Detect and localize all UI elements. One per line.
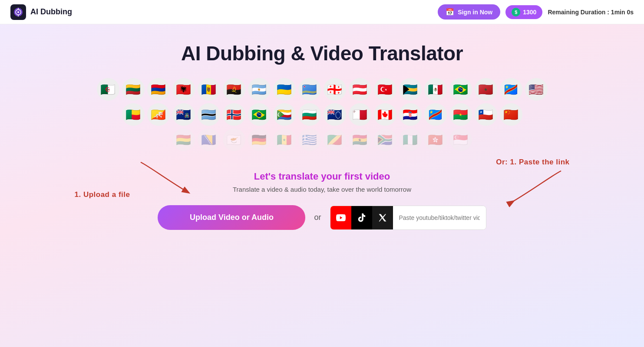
flag-circle: 🇹🇷 — [374, 78, 396, 101]
or-separator: or — [314, 213, 321, 222]
upload-row: Upload Video or Audio or — [127, 205, 518, 230]
flag-circle: 🇦🇷 — [248, 78, 271, 101]
sign-in-label: Sign in Now — [458, 9, 492, 16]
main-title: AI Dubbing & Video Translator — [181, 42, 463, 65]
flag-circle: 🇩🇪 — [248, 128, 271, 151]
main-content: AI Dubbing & Video Translator 🇩🇿🇱🇹🇦🇲🇦🇱🇲🇩… — [0, 24, 644, 239]
annotation-area: 1. Upload a file Or: 1. Paste the link — [62, 171, 583, 230]
flag-row-2: 🇧🇯🇧🇹🇦🇨🇧🇼🇳🇴🇧🇷🇰🇲🇧🇬🇨🇰🇲🇹🇨🇦🇭🇷🇨🇩🇧🇫🇨🇱🇨🇳 — [127, 103, 518, 126]
header-right: 📅 Sign in Now $ 1300 Remaining Duration … — [438, 4, 634, 20]
twitter-button[interactable] — [372, 206, 393, 229]
flag-rows: 🇩🇿🇱🇹🇦🇲🇦🇱🇲🇩🇦🇴🇦🇷🇺🇦🇦🇼🇬🇪🇦🇹🇹🇷🇧🇸🇲🇽🇧🇷🇲🇦🇨🇩🇺🇸 🇧🇯🇧… — [127, 78, 518, 154]
credits-badge: $ 1300 — [505, 5, 542, 19]
logo-area: AI Dubbing — [10, 4, 72, 20]
credits-value: 1300 — [523, 9, 536, 16]
flag-row-1: 🇩🇿🇱🇹🇦🇲🇦🇱🇲🇩🇦🇴🇦🇷🇺🇦🇦🇼🇬🇪🇦🇹🇹🇷🇧🇸🇲🇽🇧🇷🇲🇦🇨🇩🇺🇸 — [127, 78, 518, 101]
app-title: AI Dubbing — [30, 7, 72, 16]
translate-sub: Translate a video & audio today, take ov… — [233, 186, 411, 193]
flag-circle: 🇨🇩 — [424, 103, 447, 126]
flag-circle: 🇳🇴 — [223, 103, 245, 126]
flag-circle: 🇬🇷 — [298, 128, 321, 151]
social-icons — [330, 206, 393, 229]
link-input[interactable] — [393, 206, 486, 229]
link-input-container — [330, 206, 486, 230]
upload-section: Let's translate your first video Transla… — [127, 171, 518, 230]
flag-circle: 🇳🇬 — [399, 128, 422, 151]
flag-circle: 🇧🇸 — [399, 78, 422, 101]
flag-circle: 🇧🇴 — [172, 128, 195, 151]
flag-row-3: 🇧🇴🇧🇦🇨🇾🇩🇪🇸🇳🇬🇷🇨🇬🇬🇭🇿🇦🇳🇬🇭🇰🇸🇬 — [127, 128, 518, 151]
flag-circle: 🇲🇩 — [198, 78, 220, 101]
remaining-duration: Remaining Duration : 1min 0s — [548, 9, 634, 16]
flag-circle: 🇨🇾 — [223, 128, 245, 151]
upload-label: 1. Upload a file — [75, 190, 130, 199]
flag-circle: 🇨🇩 — [500, 78, 522, 101]
flag-circle: 🇰🇲 — [273, 103, 296, 126]
flag-circle: 🇺🇦 — [273, 78, 296, 101]
flag-circle: 🇨🇦 — [374, 103, 396, 126]
flag-circle: 🇲🇽 — [424, 78, 447, 101]
flag-circle: 🇨🇱 — [475, 103, 497, 126]
svg-point-2 — [17, 11, 19, 13]
flag-circle: 🇦🇨 — [172, 103, 195, 126]
flag-circle: 🇬🇭 — [349, 128, 371, 151]
calendar-icon: 📅 — [446, 8, 454, 16]
flag-circle: 🇭🇷 — [399, 103, 422, 126]
flag-circle: 🇦🇼 — [298, 78, 321, 101]
flag-circle: 🇧🇫 — [449, 103, 472, 126]
flag-circle: 🇦🇹 — [349, 78, 371, 101]
paste-label: Or: 1. Paste the link — [496, 158, 569, 166]
dollar-icon: $ — [512, 8, 520, 16]
translate-prompt: Let's translate your first video — [254, 171, 390, 182]
flag-circle: 🇸🇳 — [273, 128, 296, 151]
flag-circle: 🇦🇴 — [223, 78, 245, 101]
flag-circle: 🇧🇼 — [198, 103, 220, 126]
flag-circle: 🇨🇳 — [500, 103, 522, 126]
header: AI Dubbing 📅 Sign in Now $ 1300 Remainin… — [0, 0, 644, 24]
flag-circle: 🇸🇬 — [449, 128, 472, 151]
flag-circle: 🇲🇹 — [349, 103, 371, 126]
flag-circle: 🇧🇦 — [198, 128, 220, 151]
flag-circle: 🇬🇪 — [324, 78, 346, 101]
flag-circle: 🇺🇸 — [525, 78, 548, 101]
upload-button[interactable]: Upload Video or Audio — [158, 205, 305, 230]
flag-circle: 🇨🇰 — [324, 103, 346, 126]
flag-circle: 🇱🇹 — [122, 78, 145, 101]
sign-in-button[interactable]: 📅 Sign in Now — [438, 4, 500, 20]
logo-icon — [10, 4, 26, 20]
tiktok-button[interactable] — [351, 206, 372, 229]
flag-circle: 🇧🇯 — [122, 103, 145, 126]
flag-circle: 🇿🇦 — [374, 128, 396, 151]
flag-circle: 🇲🇦 — [475, 78, 497, 101]
flag-circle: 🇭🇰 — [424, 128, 447, 151]
flag-circle: 🇦🇱 — [172, 78, 195, 101]
youtube-button[interactable] — [330, 206, 351, 229]
flag-circle: 🇧🇹 — [147, 103, 170, 126]
flag-circle: 🇧🇬 — [298, 103, 321, 126]
flag-circle: 🇨🇬 — [324, 128, 346, 151]
flag-circle: 🇧🇷 — [248, 103, 271, 126]
flag-circle: 🇧🇷 — [449, 78, 472, 101]
flag-circle: 🇩🇿 — [97, 78, 119, 101]
flag-circle: 🇦🇲 — [147, 78, 170, 101]
